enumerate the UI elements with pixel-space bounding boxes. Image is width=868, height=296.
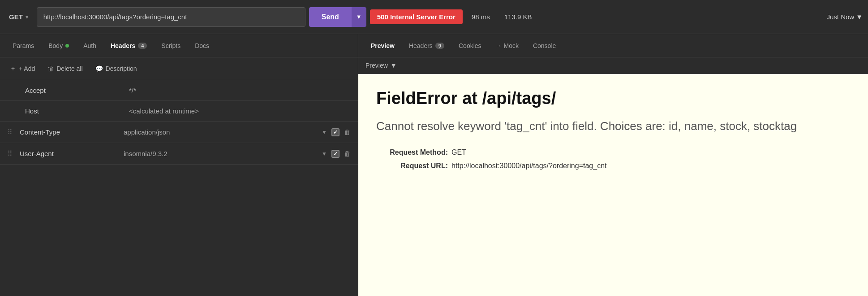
description-icon: 💬 [95, 65, 103, 72]
url-input[interactable] [37, 7, 305, 27]
header-controls: ▼ 🗑 [322, 128, 351, 136]
right-tab-bar: Preview Headers 9 Cookies → Mock Console [358, 34, 868, 57]
header-value-user-agent: insomnia/9.3.2 [124, 150, 316, 157]
send-button-group: Send ▼ [309, 7, 366, 27]
preview-dropdown-chevron-icon: ▼ [391, 62, 397, 69]
main-area: Params Body Auth Headers 4 Scripts Docs [0, 34, 868, 296]
preview-dropdown[interactable]: Preview ▼ [365, 62, 397, 69]
tab-docs[interactable]: Docs [189, 39, 215, 53]
send-dropdown-button[interactable]: ▼ [352, 7, 366, 27]
left-tab-bar: Params Body Auth Headers 4 Scripts Docs [0, 34, 358, 57]
error-details: Request Method: GET Request URL: http://… [376, 148, 850, 170]
header-chevron-icon[interactable]: ▼ [322, 151, 327, 157]
table-row: ⠿ User-Agent insomnia/9.3.2 ▼ 🗑 [0, 143, 358, 165]
header-name-host: Host [25, 107, 124, 115]
detail-label-url: Request URL: [376, 162, 448, 170]
table-row: Host <calculated at runtime> [0, 101, 358, 122]
add-icon: ＋ [10, 65, 16, 73]
right-panel: Preview Headers 9 Cookies → Mock Console… [358, 34, 868, 296]
detail-row-url: Request URL: http://localhost:30000/api/… [376, 162, 850, 170]
tab-body[interactable]: Body [43, 39, 74, 53]
header-value-accept: */* [129, 87, 351, 94]
header-name-accept: Accept [25, 87, 124, 94]
tab-params[interactable]: Params [7, 39, 39, 53]
add-header-button[interactable]: ＋ + Add [7, 63, 38, 74]
error-title: FieldError at /api/tags/ [376, 88, 850, 109]
tab-cookies[interactable]: Cookies [453, 39, 487, 53]
action-bar: ＋ + Add 🗑 Delete all 💬 Description [0, 57, 358, 80]
tab-response-headers[interactable]: Headers 9 [404, 39, 450, 53]
drag-handle-icon[interactable]: ⠿ [7, 128, 14, 136]
method-dropdown[interactable]: GET ▼ [5, 10, 33, 23]
timestamp-chevron-icon: ▼ [856, 13, 863, 21]
header-delete-icon[interactable]: 🗑 [344, 128, 351, 136]
detail-row-method: Request Method: GET [376, 148, 850, 157]
headers-badge: 4 [138, 43, 147, 49]
header-delete-icon[interactable]: 🗑 [344, 150, 351, 157]
preview-content: FieldError at /api/tags/ Cannot resolve … [358, 74, 868, 296]
tab-preview[interactable]: Preview [365, 39, 400, 53]
header-value-content-type: application/json [124, 128, 316, 136]
tab-scripts[interactable]: Scripts [156, 39, 186, 53]
timestamp-label: Just Now [826, 13, 854, 21]
header-name-content-type: Content-Type [20, 128, 118, 136]
detail-value-url: http://localhost:30000/api/tags/?orderin… [451, 162, 606, 170]
preview-toolbar: Preview ▼ [358, 57, 868, 74]
header-checkbox[interactable] [331, 128, 339, 136]
response-headers-badge: 9 [435, 43, 444, 49]
response-size: 113.9 KB [499, 13, 537, 21]
headers-table: Accept */* Host <calculated at runtime> … [0, 80, 358, 296]
timestamp[interactable]: Just Now ▼ [826, 13, 863, 21]
preview-dropdown-label: Preview [365, 62, 388, 69]
detail-value-method: GET [451, 148, 466, 157]
trash-icon: 🗑 [47, 65, 54, 72]
header-checkbox[interactable] [331, 150, 339, 158]
body-dot-icon [65, 44, 69, 48]
description-button[interactable]: 💬 Description [93, 63, 140, 74]
tab-auth[interactable]: Auth [78, 39, 102, 53]
table-row: ⠿ Content-Type application/json ▼ 🗑 [0, 122, 358, 143]
drag-handle-icon[interactable]: ⠿ [7, 149, 14, 158]
tab-headers[interactable]: Headers 4 [105, 39, 152, 53]
tab-console[interactable]: Console [528, 39, 561, 53]
table-row: Accept */* [0, 80, 358, 101]
error-description: Cannot resolve keyword 'tag_cnt' into fi… [376, 118, 850, 134]
response-time: 98 ms [466, 13, 495, 21]
detail-label-method: Request Method: [376, 148, 448, 157]
header-chevron-icon[interactable]: ▼ [322, 129, 327, 135]
tab-mock[interactable]: → Mock [490, 39, 524, 53]
left-panel: Params Body Auth Headers 4 Scripts Docs [0, 34, 358, 296]
header-value-host: <calculated at runtime> [129, 107, 351, 115]
method-label: GET [9, 13, 23, 21]
delete-all-button[interactable]: 🗑 Delete all [45, 63, 85, 74]
status-badge: 500 Internal Server Error [370, 9, 463, 24]
send-button[interactable]: Send [309, 7, 352, 27]
method-chevron-icon: ▼ [25, 14, 30, 20]
header-name-user-agent: User-Agent [20, 150, 118, 157]
header-controls: ▼ 🗑 [322, 150, 351, 158]
top-bar: GET ▼ Send ▼ 500 Internal Server Error 9… [0, 0, 868, 34]
